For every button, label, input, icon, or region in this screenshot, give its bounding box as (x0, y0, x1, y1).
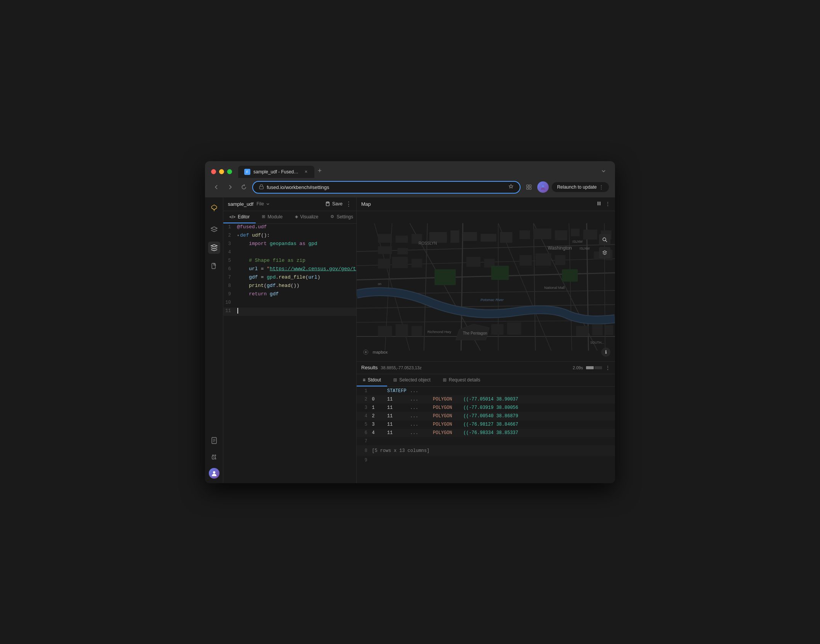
editor-pane: sample_udf File Save (223, 197, 357, 483)
svg-rect-16 (597, 202, 599, 205)
back-button[interactable] (211, 182, 222, 192)
svg-rect-47 (500, 232, 512, 243)
svg-rect-61 (555, 255, 565, 265)
svg-rect-54 (378, 258, 391, 268)
new-tab-button[interactable]: + (314, 166, 325, 176)
svg-point-12 (215, 457, 215, 458)
browser-window: F sample_udf - Fused Workben ✕ + (205, 161, 615, 483)
url-input[interactable]: fused.io/workbench#settings (252, 181, 521, 194)
table-row: 3 1 11 ... POLYGON ((-77.03919 38.80056 (357, 404, 615, 412)
bookmark-icon[interactable] (508, 184, 514, 191)
tab-close-button[interactable]: ✕ (304, 169, 308, 175)
svg-rect-44 (450, 230, 459, 243)
map-canvas[interactable]: ROSSLYN Washington Potomac River Richmon… (357, 213, 615, 361)
table-header-row: 1 STATEFP ... (357, 387, 615, 395)
svg-rect-17 (599, 202, 601, 205)
svg-rect-55 (392, 257, 408, 268)
sidebar-bottom (208, 434, 220, 479)
svg-rect-68 (396, 324, 408, 336)
map-pause-button[interactable] (596, 200, 602, 208)
svg-point-5 (542, 185, 544, 187)
save-button[interactable]: Save (325, 201, 343, 207)
table-row: 2 0 11 ... POLYGON ((-77.05014 38.90037 (357, 395, 615, 404)
active-tab[interactable]: F sample_udf - Fused Workben ✕ (238, 166, 314, 178)
svg-rect-15 (327, 202, 328, 203)
maximize-button[interactable] (227, 169, 232, 174)
code-area[interactable]: 1 @fused.udf 2 ▾def udf(): 3 import geop… (223, 224, 356, 483)
map-layers-button[interactable] (599, 247, 610, 258)
svg-text:National Mall: National Mall (544, 285, 565, 289)
results-tab-selected-object[interactable]: ⊞ Selected object (387, 374, 437, 386)
map-section: Map ⋮ (357, 197, 615, 361)
sidebar-item-files[interactable] (208, 260, 220, 272)
relaunch-update-button[interactable]: Relaunch to update ⋮ (552, 182, 609, 192)
code-line-4: 4 (223, 249, 356, 257)
editor-more-button[interactable]: ⋮ (346, 200, 352, 208)
sidebar-item-profile[interactable] (209, 468, 219, 479)
svg-rect-67 (378, 326, 392, 336)
close-button[interactable] (211, 169, 216, 174)
svg-rect-52 (583, 229, 597, 239)
code-line-8: 8 print(gdf.head()) (223, 282, 356, 291)
main-area: sample_udf File Save (223, 197, 615, 483)
editor-header: sample_udf File Save (223, 197, 356, 211)
sidebar-item-stack[interactable] (208, 242, 220, 254)
sidebar-item-layers[interactable] (208, 223, 220, 235)
map-info-button[interactable]: ℹ (601, 348, 610, 357)
fused-logo[interactable] (208, 202, 220, 214)
svg-rect-14 (326, 202, 329, 206)
svg-rect-64 (434, 269, 456, 285)
svg-point-89 (365, 351, 367, 353)
map-search-button[interactable] (599, 234, 610, 245)
results-tab-stdout[interactable]: ≡ Stdout (357, 374, 387, 386)
security-icon (259, 184, 264, 191)
svg-rect-49 (533, 228, 551, 239)
svg-point-11 (213, 457, 214, 458)
map-title: Map (361, 201, 371, 207)
svg-text:The Pentagon: The Pentagon (463, 331, 487, 335)
extensions-button[interactable] (524, 182, 534, 192)
table-row: 6 4 11 ... POLYGON ((-76.98334 38.85337 (357, 429, 615, 437)
svg-rect-56 (412, 258, 422, 267)
svg-point-13 (213, 471, 215, 473)
code-line-11: 11 (223, 308, 356, 316)
table-row: 5 3 11 ... POLYGON ((-76.98127 38.84667 (357, 420, 615, 429)
tab-settings[interactable]: ⚙ Settings (324, 211, 359, 223)
refresh-button[interactable] (239, 182, 249, 192)
sidebar-item-discord[interactable] (208, 451, 220, 463)
header-actions: Save ⋮ (325, 200, 352, 208)
tab-editor[interactable]: </> Editor (223, 211, 256, 223)
file-menu-button[interactable]: File (256, 201, 270, 207)
title-bar: F sample_udf - Fused Workben ✕ + (205, 161, 615, 178)
tab-visualize[interactable]: ◈ Visualize (289, 211, 325, 223)
svg-rect-70 (491, 324, 504, 335)
svg-rect-39 (396, 235, 408, 243)
table-row-empty-7: 7 (357, 437, 615, 445)
sidebar-item-docs[interactable] (208, 434, 220, 447)
editor-tabs: </> Editor ⊞ Module ◈ Visualize ⚙ Settin… (223, 211, 356, 224)
results-tab-request-details[interactable]: ⊞ Request details (437, 374, 487, 386)
svg-rect-59 (519, 255, 532, 266)
svg-rect-51 (571, 228, 580, 236)
minimize-button[interactable] (219, 169, 224, 174)
code-line-5: 5 # Shape file as zip (223, 257, 356, 266)
svg-rect-0 (259, 186, 263, 189)
svg-text:ROSSLYN: ROSSLYN (419, 241, 437, 245)
code-line-2: 2 ▾def udf(): (223, 232, 356, 240)
results-tabs: ≡ Stdout ⊞ Selected object ⊞ Request det… (357, 374, 615, 387)
svg-text:ISLNW: ISLNW (573, 239, 583, 243)
svg-rect-4 (529, 187, 531, 189)
tab-expand-button[interactable] (598, 166, 609, 176)
svg-text:Potomac River: Potomac River (480, 298, 504, 302)
map-more-button[interactable]: ⋮ (605, 201, 610, 207)
forward-button[interactable] (225, 182, 235, 192)
table-row-empty-9: 9 (357, 456, 615, 465)
url-text: fused.io/workbench#settings (267, 184, 505, 190)
tab-module[interactable]: ⊞ Module (256, 211, 288, 223)
file-name: sample_udf (228, 201, 253, 207)
map-controls (599, 234, 610, 258)
results-coords: 38.8855,-77.0523,13z (381, 365, 421, 370)
svg-line-87 (605, 240, 607, 242)
user-avatar[interactable] (537, 181, 549, 193)
results-more-button[interactable]: ⋮ (605, 365, 610, 371)
